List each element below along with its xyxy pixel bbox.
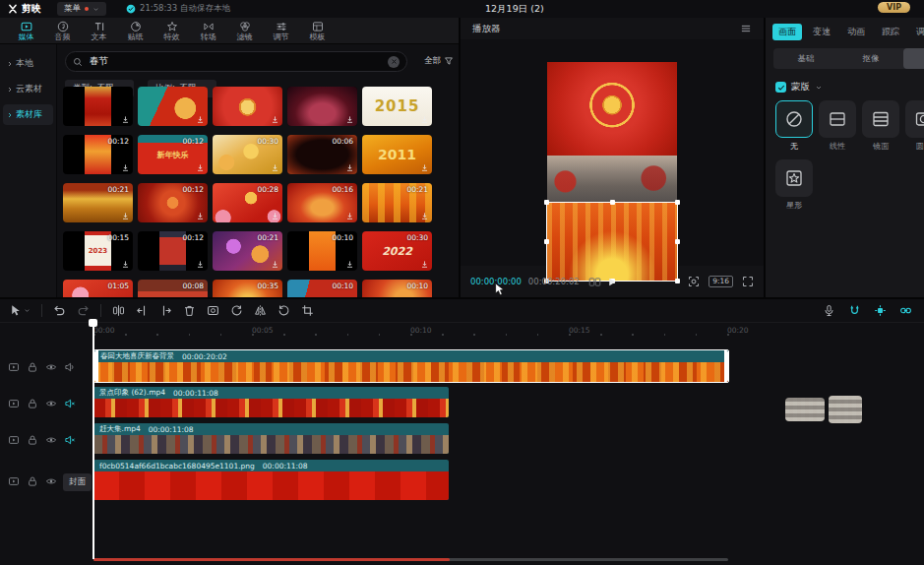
material-thumbnail[interactable]: 00:12 xyxy=(138,231,208,271)
split-button[interactable] xyxy=(112,304,125,317)
video-preview[interactable] xyxy=(547,62,677,281)
menu-button[interactable]: 菜单 xyxy=(57,2,106,16)
download-icon[interactable] xyxy=(121,212,130,220)
clear-search-button[interactable] xyxy=(388,56,400,68)
material-thumbnail[interactable]: 00:35 xyxy=(213,280,282,297)
download-icon[interactable] xyxy=(271,260,279,269)
download-icon[interactable] xyxy=(420,260,429,269)
lock-track-icon[interactable] xyxy=(27,361,38,373)
material-thumbnail[interactable]: 00:12 xyxy=(138,183,208,222)
download-icon[interactable] xyxy=(345,260,354,269)
download-icon[interactable] xyxy=(196,212,205,220)
mute-track-icon-active[interactable] xyxy=(64,434,76,446)
material-thumbnail[interactable]: 00:30 xyxy=(213,135,282,174)
player-menu-icon[interactable] xyxy=(740,23,752,34)
media-tab-音频[interactable]: 音频 xyxy=(44,21,81,41)
media-tab-滤镜[interactable]: 滤镜 xyxy=(226,21,263,41)
mask-option-无[interactable]: 无 xyxy=(775,100,813,152)
timeline-scrollbar-segment[interactable] xyxy=(93,558,450,561)
mute-track-icon-active[interactable] xyxy=(64,398,76,409)
material-thumbnail[interactable]: 202200:30 xyxy=(362,231,432,271)
lock-track-icon[interactable] xyxy=(27,398,38,409)
selection-handle[interactable] xyxy=(544,200,549,205)
download-icon[interactable] xyxy=(345,163,354,172)
snap-toggle[interactable] xyxy=(874,304,887,317)
timeline-clip[interactable]: 赶大集.mp4 00:00:11:08 xyxy=(93,423,449,454)
collapse-chevron-icon[interactable] xyxy=(815,84,823,92)
material-thumbnail[interactable]: 00:21 xyxy=(63,183,133,222)
media-tab-文本[interactable]: 文本 xyxy=(81,21,117,41)
tab-跟踪[interactable]: 跟踪 xyxy=(876,24,905,40)
rotate-button[interactable] xyxy=(277,304,290,317)
all-filter-button[interactable]: 全部 xyxy=(424,55,454,67)
material-thumbnail[interactable]: 00:06 xyxy=(287,135,357,174)
mask-option-圆形[interactable]: 圆形 xyxy=(905,100,924,152)
lock-track-icon[interactable] xyxy=(27,434,38,446)
track-type-icon[interactable] xyxy=(8,475,20,487)
download-icon[interactable] xyxy=(420,115,429,124)
play-button[interactable] xyxy=(607,277,618,287)
lock-track-icon[interactable] xyxy=(27,475,38,487)
media-tab-特效[interactable]: 特效 xyxy=(154,21,190,41)
delete-right-button[interactable] xyxy=(159,304,172,317)
material-thumbnail[interactable]: 202300:15 xyxy=(63,231,133,271)
media-tab-媒体[interactable]: 媒体 xyxy=(8,21,44,41)
subtab-抠像[interactable]: 抠像 xyxy=(838,48,903,69)
link-toggle[interactable] xyxy=(899,304,912,317)
download-icon[interactable] xyxy=(345,115,354,124)
selection-handle[interactable] xyxy=(675,239,680,244)
timeline-clip[interactable]: 景点印象 (62).mp4 00:00:11:08 xyxy=(93,387,449,417)
cover-button[interactable]: 封面 xyxy=(63,473,92,491)
tab-调节[interactable]: 调节 xyxy=(910,24,924,40)
magnet-toggle[interactable] xyxy=(848,304,861,317)
material-thumbnail[interactable]: 00:10 xyxy=(362,280,432,297)
media-tab-模板[interactable]: 模板 xyxy=(299,21,336,41)
mask-option-星形[interactable]: 星形 xyxy=(775,159,813,211)
reverse-button[interactable] xyxy=(230,304,243,317)
timeline-clip[interactable]: f0cb0514af66d1bcabc1680495e1101.png 00:0… xyxy=(93,460,449,500)
record-mic-button[interactable] xyxy=(823,304,835,317)
tab-画面[interactable]: 画面 xyxy=(772,24,802,40)
material-thumbnail[interactable]: 00:21 xyxy=(362,183,432,222)
download-icon[interactable] xyxy=(196,115,205,124)
sidebar-item-云素材[interactable]: 云素材 xyxy=(3,79,53,99)
clip-trim-handle-right[interactable] xyxy=(724,350,728,382)
fullscreen-button[interactable] xyxy=(742,276,754,287)
track-type-icon[interactable] xyxy=(8,398,20,409)
track-type-icon[interactable] xyxy=(8,434,20,446)
hide-track-icon[interactable] xyxy=(45,361,57,373)
subtab-蒙版[interactable]: 蒙版 xyxy=(903,48,924,69)
selection-handle[interactable] xyxy=(544,239,549,244)
hide-track-icon[interactable] xyxy=(45,398,57,409)
delete-button[interactable] xyxy=(183,304,196,317)
material-thumbnail[interactable]: 00:10 xyxy=(287,231,357,271)
download-icon[interactable] xyxy=(271,163,279,172)
mirror-button[interactable] xyxy=(254,304,267,317)
material-thumbnail[interactable] xyxy=(287,87,357,126)
material-thumbnail[interactable] xyxy=(138,87,208,126)
material-thumbnail[interactable]: 2015 xyxy=(362,87,432,126)
selection-handle[interactable] xyxy=(675,200,680,205)
redo-button[interactable] xyxy=(77,304,90,317)
selection-handle[interactable] xyxy=(610,200,615,205)
mute-track-icon[interactable] xyxy=(64,361,76,373)
download-icon[interactable] xyxy=(121,115,130,124)
crop-button[interactable] xyxy=(301,304,314,317)
download-icon[interactable] xyxy=(271,212,279,220)
split-view-icon[interactable] xyxy=(588,276,601,288)
material-thumbnail[interactable]: 00:10 xyxy=(287,280,357,297)
track-type-icon[interactable] xyxy=(8,361,20,373)
material-thumbnail[interactable] xyxy=(63,87,133,126)
material-thumbnail[interactable]: 00:16 xyxy=(287,183,357,222)
clip-trim-handle-left[interactable] xyxy=(94,350,98,382)
timeline-clip-main[interactable]: 春回大地喜庆新春背景 00:00:20:02 xyxy=(93,349,729,383)
material-thumbnail[interactable]: 00:21 xyxy=(213,231,282,271)
mask-option-线性[interactable]: 线性 xyxy=(819,100,856,152)
timeline-ruler[interactable]: 00:0000:0500:1000:1500:20 xyxy=(0,323,924,339)
hide-track-icon[interactable] xyxy=(45,475,57,487)
material-thumbnail[interactable]: 00:08 xyxy=(138,280,208,297)
search-input[interactable] xyxy=(88,55,383,68)
aspect-ratio-button[interactable]: 9:16 xyxy=(708,276,733,287)
playhead[interactable] xyxy=(92,319,94,559)
media-tab-贴纸[interactable]: 贴纸 xyxy=(117,21,154,41)
